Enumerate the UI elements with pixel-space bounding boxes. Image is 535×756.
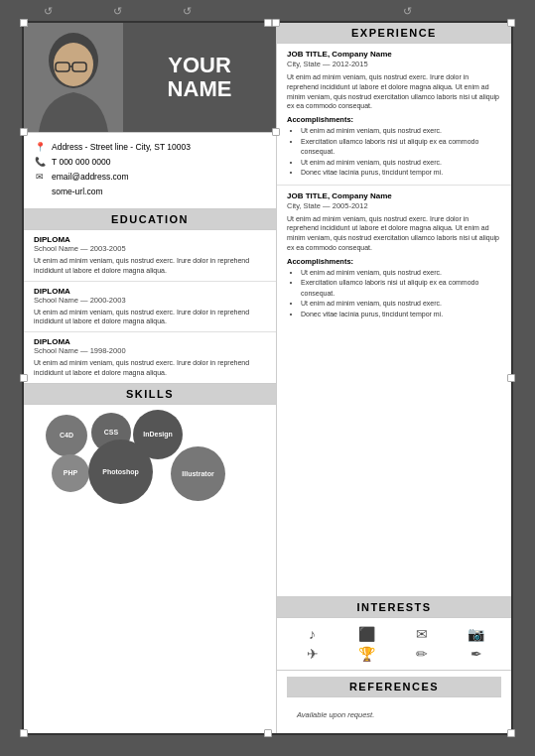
exp-acc-title-2: Accomplishments: (287, 257, 501, 266)
outer-handle-ml (20, 374, 28, 382)
exp-location-1: City, State — 2012-2015 (287, 60, 501, 68)
exp-acc-title-1: Accomplishments: (287, 115, 501, 124)
bubble-c4d: C4D (46, 415, 87, 456)
outer-handle-tr (507, 19, 515, 27)
contact-section: 📍 Address - Street line - City, ST 10003… (24, 133, 276, 209)
phone-text: T 000 000 0000 (52, 157, 110, 167)
contact-url: some-url.com (34, 186, 266, 197)
outer-handle-bl (20, 729, 28, 737)
rotate-icon-4[interactable]: ↺ (403, 5, 412, 18)
interest-edit: ✏ (396, 646, 447, 662)
bullet-2-1: Ut enim ad minim veniam, quis nostrud ex… (301, 268, 501, 279)
photo-box[interactable] (24, 23, 123, 132)
skills-bubbles: C4D CSS InDesign PHP Photoshop Illustrat… (24, 405, 276, 504)
interests-section: INTERESTS ♪ ⬛ ✉ 📷 ✈ 🏆 ✏ ✒ (277, 597, 511, 671)
outer-handle-mr (507, 374, 515, 382)
address-text: Address - Street line - City, ST 10003 (52, 142, 191, 152)
handle-tr (272, 19, 280, 27)
edu-degree-1: DIPLOMA (34, 235, 266, 244)
photo-svg (24, 23, 123, 132)
bullet-1-2: Exercitation ullamco laboris nisi ut ali… (301, 137, 501, 158)
url-icon (34, 186, 46, 197)
edu-school-1: School Name — 2003-2005 (34, 244, 266, 253)
interest-mail: ✉ (396, 626, 447, 642)
interest-write: ✒ (451, 646, 501, 662)
skills-section: SKILLS C4D CSS InDesign PHP Photoshop Il… (24, 384, 276, 733)
left-column: YOUR NAME 📍 Address - Street line - City… (24, 23, 277, 733)
experience-header: EXPERIENCE (277, 23, 511, 44)
resume-page: YOUR NAME 📍 Address - Street line - City… (22, 21, 513, 735)
right-column: EXPERIENCE JOB TITLE, Company Name City,… (277, 23, 511, 733)
interests-icons-grid: ♪ ⬛ ✉ 📷 ✈ 🏆 ✏ ✒ (277, 618, 511, 670)
edu-body-1: Ut enim ad minim veniam, quis nostrud ex… (34, 256, 266, 276)
bullet-2-2: Exercitation ullamco laboris nisi ut ali… (301, 278, 501, 299)
interest-film: ⬛ (341, 626, 392, 642)
experience-section: EXPERIENCE JOB TITLE, Company Name City,… (277, 23, 511, 597)
bubble-php: PHP (52, 454, 89, 492)
edu-degree-2: DIPLOMA (34, 287, 266, 296)
interest-trophy: 🏆 (341, 646, 392, 662)
rotate-icon-3[interactable]: ↺ (183, 5, 192, 18)
phone-icon: 📞 (34, 156, 46, 168)
education-section: EDUCATION DIPLOMA School Name — 2003-200… (24, 209, 276, 384)
interests-header: INTERESTS (277, 597, 511, 618)
contact-address: 📍 Address - Street line - City, ST 10003 (34, 141, 266, 153)
exp-item-2: JOB TITLE, Company Name City, State — 20… (277, 186, 511, 326)
edu-item-3: DIPLOMA School Name — 1998-2000 Ut enim … (24, 332, 276, 383)
name-label: NAME (168, 77, 232, 101)
url-text: some-url.com (52, 187, 102, 196)
header-section: YOUR NAME (24, 23, 276, 133)
edu-item-1: DIPLOMA School Name — 2003-2005 Ut enim … (24, 230, 276, 282)
edu-school-3: School Name — 1998-2000 (34, 346, 266, 355)
edu-school-2: School Name — 2000-2003 (34, 296, 266, 305)
handle-bl (20, 128, 28, 136)
education-header: EDUCATION (24, 209, 276, 230)
bullet-1-4: Donec vitae lacinia purus, tincidunt tem… (301, 168, 501, 179)
references-header: REFERENCES (287, 677, 501, 697)
edu-degree-3: DIPLOMA (34, 337, 266, 346)
rotate-icon-2[interactable]: ↺ (113, 5, 122, 18)
contact-phone: 📞 T 000 000 0000 (34, 156, 266, 168)
exp-body-2: Ut enim ad minim veniam, quis nostrud ex… (287, 214, 501, 253)
edu-item-2: DIPLOMA School Name — 2000-2003 Ut enim … (24, 282, 276, 333)
bubble-photoshop: Photoshop (88, 440, 153, 504)
edu-body-3: Ut enim ad minim veniam, quis nostrud ex… (34, 358, 266, 378)
handle-br (272, 128, 280, 136)
bullet-1-1: Ut enim ad minim veniam, quis nostrud ex… (301, 126, 501, 137)
photo-placeholder (24, 23, 123, 132)
bullet-2-3: Ut enim ad minim veniam, quis nostrud ex… (301, 299, 501, 310)
name-box: YOUR NAME (123, 23, 276, 132)
edu-body-2: Ut enim ad minim veniam, quis nostrud ex… (34, 308, 266, 327)
exp-title-1: JOB TITLE, Company Name (287, 50, 501, 59)
exp-location-2: City, State — 2005-2012 (287, 201, 501, 210)
exp-bullets-2: Ut enim ad minim veniam, quis nostrud ex… (287, 268, 501, 320)
bubble-illustrator: Illustrator (171, 446, 225, 501)
rotate-icon-1[interactable]: ↺ (44, 5, 53, 18)
exp-title-2: JOB TITLE, Company Name (287, 191, 501, 200)
contact-email: ✉ email@address.com (34, 171, 266, 183)
email-text: email@address.com (52, 172, 129, 182)
exp-item-1: JOB TITLE, Company Name City, State — 20… (277, 44, 511, 186)
interest-music: ♪ (287, 626, 337, 642)
bullet-2-4: Donec vitae lacinia purus, tincidunt tem… (301, 310, 501, 320)
outer-handle-bc (264, 729, 272, 737)
outer-handle-tl (20, 19, 28, 27)
references-section: REFERENCES Available upon request. (277, 671, 511, 733)
location-icon: 📍 (34, 141, 46, 153)
interest-travel: ✈ (287, 646, 337, 662)
outer-handle-tc (264, 19, 272, 27)
interest-camera: 📷 (451, 626, 501, 642)
exp-bullets-1: Ut enim ad minim veniam, quis nostrud ex… (287, 126, 501, 179)
outer-handle-br (507, 729, 515, 737)
exp-body-1: Ut enim ad minim veniam, quis nostrud ex… (287, 72, 501, 111)
skills-header: SKILLS (24, 384, 276, 405)
svg-point-2 (54, 43, 93, 86)
references-text: Available upon request. (297, 710, 374, 719)
bullet-1-3: Ut enim ad minim veniam, quis nostrud ex… (301, 158, 501, 169)
your-label: YOUR (168, 54, 231, 77)
email-icon: ✉ (34, 171, 46, 183)
